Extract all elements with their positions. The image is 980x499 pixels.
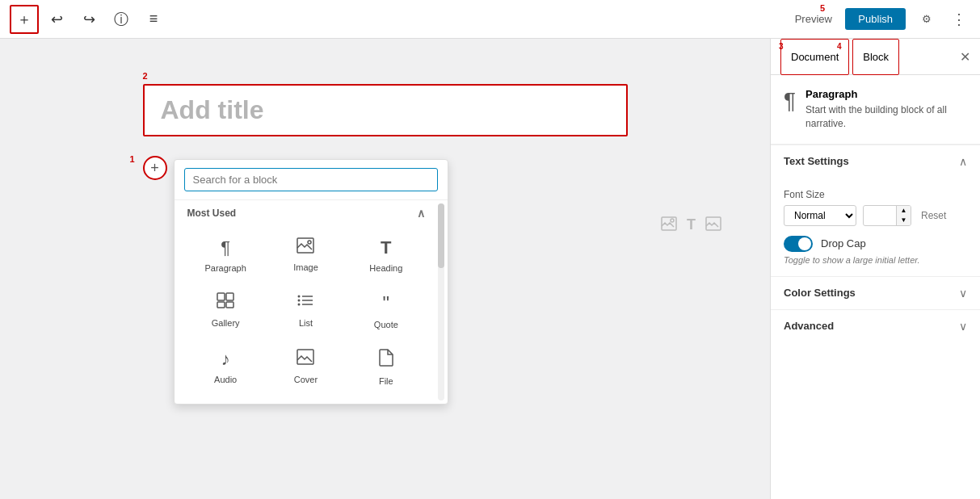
block-item-paragraph[interactable]: ¶ Paragraph [187,229,264,281]
plus-icon: ＋ [17,10,32,29]
undo-icon: ↩ [51,10,63,28]
scroll-track [438,203,444,400]
block-grid: ¶ Paragraph Image [175,226,438,404]
publish-wrap: 5 Preview Publish [785,8,906,30]
svg-rect-5 [226,302,233,308]
svg-point-14 [671,219,674,222]
title-placeholder[interactable]: Add title [161,95,264,124]
svg-point-9 [298,296,301,298]
more-icon: ⋮ [952,10,966,28]
block-item-cover[interactable]: Cover [267,341,344,394]
font-size-row: Normal Small Medium Large Huge ▲ ▼ Reset [784,205,967,226]
float-image-icon[interactable] [661,216,677,235]
num3-label: 3 [779,42,784,51]
picker-content: Most Used ∧ ¶ Paragraph [175,200,438,404]
toggle-knob [798,237,811,250]
block-info: ¶ Paragraph Start with the building bloc… [771,75,980,145]
font-size-stepper: ▲ ▼ [896,206,911,225]
list-block-icon [297,292,314,313]
block-label-audio: Audio [214,375,237,384]
block-item-heading[interactable]: T Heading [347,229,424,281]
panel-close-button[interactable]: ✕ [960,49,970,65]
float-media-icon[interactable] [705,216,721,235]
block-search-input[interactable] [184,168,438,191]
advanced-title: Advanced [784,320,834,332]
info-icon: ⓘ [114,10,128,29]
file-icon [378,349,394,371]
block-item-list[interactable]: List [267,284,344,338]
drop-cap-row: Drop Cap [784,236,967,252]
font-size-input[interactable] [864,207,896,224]
settings-button[interactable]: ⚙ [912,5,941,34]
editor-area: 2 Add title 1 + [0,39,770,499]
toolbar-right: 5 Preview Publish ⚙ ⋮ [785,5,970,34]
block-description: Start with the building block of all nar… [805,103,967,131]
color-settings-chevron: ∨ [959,287,967,300]
redo-button[interactable]: ↪ [74,5,103,34]
text-settings-section[interactable]: Text Settings ∧ [771,145,980,178]
drop-cap-label: Drop Cap [821,237,866,250]
label-2: 2 [143,71,628,81]
gallery-icon [217,292,234,313]
toolbar: ＋ ↩ ↪ ⓘ ≡ 5 Preview Publish ⚙ ⋮ [0,0,980,39]
picker-with-scroll: Most Used ∧ ¶ Paragraph [175,200,448,404]
add-block-btn-wrap: ＋ [10,5,39,34]
block-item-audio[interactable]: ♪ Audio [187,341,264,394]
block-info-text: Paragraph Start with the building block … [805,88,967,131]
scroll-thumb[interactable] [438,203,444,268]
text-settings-title: Text Settings [784,155,849,167]
search-wrap [175,160,448,200]
advanced-chevron: ∨ [959,320,967,333]
section-header: Most Used ∧ [175,200,438,226]
text-settings-chevron: ∧ [959,155,967,168]
block-label-list: List [299,318,313,328]
add-block-button[interactable]: ＋ [10,5,39,34]
panel-tabs: 3 4 Document Block ✕ [771,39,980,75]
block-label-gallery: Gallery [212,318,240,328]
color-settings-title: Color Settings [784,287,856,299]
publish-button[interactable]: Publish [845,8,906,30]
block-picker: Most Used ∧ ¶ Paragraph [174,159,448,405]
block-item-quote[interactable]: " Quote [347,284,424,338]
paragraph-icon: ¶ [221,237,230,258]
text-settings-content: Font Size Normal Small Medium Large Huge… [771,178,980,276]
svg-rect-4 [217,302,225,308]
font-size-decrement[interactable]: ▼ [896,216,911,225]
tab-block[interactable]: Block [852,39,899,75]
paragraph-block-icon: ¶ [784,88,796,131]
svg-point-1 [308,241,311,244]
block-item-image[interactable]: Image [267,229,344,281]
section-title: Most Used [187,208,237,219]
font-size-reset-button[interactable]: Reset [921,210,946,221]
list-view-button[interactable]: ≡ [139,5,168,34]
num4-label: 4 [837,42,842,51]
inline-add-block-button[interactable]: + [143,156,167,180]
more-options-button[interactable]: ⋮ [948,5,970,34]
advanced-section[interactable]: Advanced ∨ [771,309,980,342]
gear-icon: ⚙ [922,13,932,25]
drop-cap-toggle[interactable] [784,236,813,252]
block-item-file[interactable]: File [347,341,424,394]
section-chevron[interactable]: ∧ [417,207,425,220]
svg-rect-2 [217,293,225,300]
font-size-select[interactable]: Normal Small Medium Large Huge [784,205,856,226]
block-label-image: Image [293,262,318,272]
list-icon: ≡ [149,10,158,27]
block-label-paragraph: Paragraph [204,263,246,273]
main-layout: 2 Add title 1 + [0,39,980,499]
block-name: Paragraph [805,88,967,100]
svg-point-10 [298,300,301,302]
info-button[interactable]: ⓘ [107,5,136,34]
cover-icon [297,349,314,370]
block-item-gallery[interactable]: Gallery [187,284,264,338]
svg-point-11 [298,304,301,306]
redo-icon: ↪ [83,10,95,28]
heading-icon: T [381,237,391,258]
undo-button[interactable]: ↩ [42,5,71,34]
color-settings-section[interactable]: Color Settings ∨ [771,276,980,309]
block-label-cover: Cover [294,375,318,384]
font-size-increment[interactable]: ▲ [896,206,911,216]
title-block[interactable]: Add title [143,84,628,136]
preview-button[interactable]: Preview [785,8,842,30]
float-text-icon[interactable]: T [687,216,696,235]
